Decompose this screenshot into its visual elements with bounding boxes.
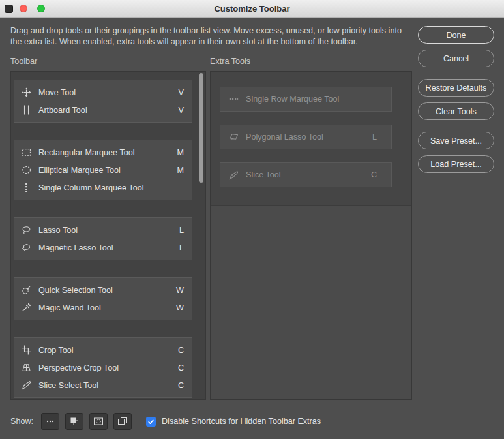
tool-shortcut: W (176, 286, 184, 295)
toolbar-column: Toolbar Move ToolVArtboard ToolVRectangu… (10, 57, 206, 400)
save-preset-button[interactable]: Save Preset... (418, 132, 494, 149)
tool-row[interactable]: Magnetic Lasso ToolL (14, 239, 192, 256)
tool-row[interactable]: Quick Selection ToolW (14, 281, 192, 299)
artboard-tool-icon (21, 105, 31, 115)
lasso-icon (21, 225, 31, 235)
tool-row[interactable]: Magic Wand ToolW (14, 299, 192, 316)
single-row-marquee-icon (228, 94, 239, 104)
slice-tool-icon (228, 170, 239, 180)
disable-shortcuts-checkbox[interactable] (146, 417, 156, 427)
done-button[interactable]: Done (418, 26, 494, 44)
tool-shortcut: M (177, 166, 185, 175)
tool-label: Lasso Tool (38, 226, 179, 235)
check-icon (147, 418, 155, 425)
rectangular-marquee-icon (21, 147, 31, 158)
tool-shortcut: V (179, 88, 184, 97)
tool-row[interactable]: Rectangular Marquee ToolM (14, 144, 192, 161)
button-group: Save Preset...Load Preset... (418, 132, 494, 173)
tool-label: Quick Selection Tool (38, 286, 176, 295)
tool-shortcut: W (176, 303, 184, 312)
tool-shortcut: V (179, 106, 184, 115)
toolbar-list: Move ToolVArtboard ToolVRectangular Marq… (10, 71, 206, 400)
extra-tools-drop-area[interactable] (211, 205, 411, 399)
perspective-crop-icon (21, 363, 31, 373)
tool-group: Lasso ToolLMagnetic Lasso ToolL (14, 217, 192, 260)
tool-group: Crop ToolCPerspective Crop ToolCSlice Se… (14, 337, 192, 398)
tool-label: Slice Select Tool (38, 381, 178, 390)
quick-mask-toggle[interactable] (89, 413, 108, 430)
tool-label: Rectangular Marquee Tool (38, 148, 177, 157)
cancel-button[interactable]: Cancel (418, 50, 494, 67)
tool-row[interactable]: Move ToolV (14, 83, 192, 101)
tool-label: Artboard Tool (38, 106, 179, 115)
tool-row[interactable]: Artboard ToolV (14, 101, 192, 119)
tool-shortcut: L (179, 243, 184, 252)
tool-row[interactable]: Elliptical Marquee ToolM (14, 161, 192, 179)
traffic-lights (5, 0, 45, 17)
tool-row[interactable]: Lasso ToolL (14, 221, 192, 239)
tool-row[interactable]: Slice Select ToolC (14, 376, 192, 394)
tool-row[interactable]: Crop ToolC (14, 341, 192, 359)
toolbar-section-label: Toolbar (10, 57, 206, 70)
restore-defaults-button[interactable]: Restore Defaults (418, 79, 494, 97)
tool-label: Crop Tool (38, 346, 178, 355)
titlebar: Customize Toolbar (0, 0, 504, 18)
tool-label: Polygonal Lasso Tool (246, 132, 372, 142)
instructions-text: Drag and drop tools or their groupings i… (10, 25, 412, 48)
tool-shortcut: M (177, 148, 185, 157)
button-group: Restore DefaultsClear Tools (418, 79, 494, 120)
magic-wand-icon (21, 303, 31, 313)
tool-shortcut: C (178, 363, 184, 372)
extra-tool-row[interactable]: Polygonal Lasso ToolL (220, 125, 392, 149)
quick-mask-icon (93, 416, 104, 427)
tool-label: Single Row Marquee Tool (246, 95, 377, 104)
screen-mode-icon (117, 416, 128, 427)
tool-shortcut: C (178, 381, 184, 390)
slice-select-icon (21, 380, 31, 391)
tool-group: Rectangular Marquee ToolMElliptical Marq… (14, 140, 192, 200)
crop-icon (21, 345, 31, 356)
polygonal-lasso-icon (228, 132, 239, 142)
show-label: Show: (10, 417, 33, 426)
extra-tools-column: Extra Tools Single Row Marquee ToolPolyg… (210, 57, 412, 400)
extra-tool-row[interactable]: Single Row Marquee Tool (220, 87, 392, 112)
tool-shortcut: C (178, 346, 184, 355)
screen-mode-toggle[interactable] (113, 413, 132, 430)
toolbar-extras-toggle[interactable] (41, 413, 59, 430)
close-button[interactable] (20, 5, 27, 12)
show-toggle-buttons (41, 413, 138, 430)
color-controls-toggle[interactable] (65, 413, 83, 430)
action-buttons: DoneCancelRestore DefaultsClear ToolsSav… (418, 26, 494, 185)
scrollbar-thumb[interactable] (199, 73, 203, 183)
tool-label: Elliptical Marquee Tool (38, 166, 177, 175)
tool-row[interactable]: Perspective Crop ToolC (14, 359, 192, 376)
move-tool-icon (21, 87, 31, 98)
tool-label: Move Tool (38, 88, 179, 97)
customize-toolbar-dialog: Customize Toolbar Drag and drop tools or… (0, 0, 504, 439)
button-group: DoneCancel (418, 26, 494, 67)
tool-group: Quick Selection ToolWMagic Wand ToolW (14, 277, 192, 320)
tool-label: Slice Tool (246, 170, 371, 179)
elliptical-marquee-icon (21, 165, 31, 175)
extra-tool-row[interactable]: Slice ToolC (220, 162, 392, 187)
tool-group: Move ToolVArtboard ToolV (14, 80, 192, 123)
tool-row[interactable]: Single Column Marquee Tool (14, 179, 192, 196)
tool-label: Magnetic Lasso Tool (38, 243, 179, 252)
disable-shortcuts-label: Disable Shortcuts for Hidden Toolbar Ext… (162, 417, 321, 426)
tool-label: Single Column Marquee Tool (38, 183, 184, 192)
footer: Show: Disable Shortcuts for Hidden Toolb… (10, 412, 321, 431)
load-preset-button[interactable]: Load Preset... (418, 155, 494, 173)
extra-tools-list: Single Row Marquee ToolPolygonal Lasso T… (210, 71, 412, 400)
zoom-button[interactable] (37, 5, 45, 12)
extra-tools-section-label: Extra Tools (210, 57, 412, 70)
tool-shortcut: L (179, 226, 184, 235)
toolbar-scrollbar[interactable] (198, 73, 204, 398)
tool-shortcut: C (371, 170, 377, 179)
ellipsis-icon (45, 416, 55, 427)
quick-selection-icon (21, 285, 31, 295)
magnetic-lasso-icon (21, 243, 31, 253)
tool-shortcut: L (372, 132, 377, 142)
clear-tools-button[interactable]: Clear Tools (418, 102, 494, 120)
window-proxy-icon (5, 5, 13, 13)
disable-shortcuts-row[interactable]: Disable Shortcuts for Hidden Toolbar Ext… (146, 417, 321, 427)
